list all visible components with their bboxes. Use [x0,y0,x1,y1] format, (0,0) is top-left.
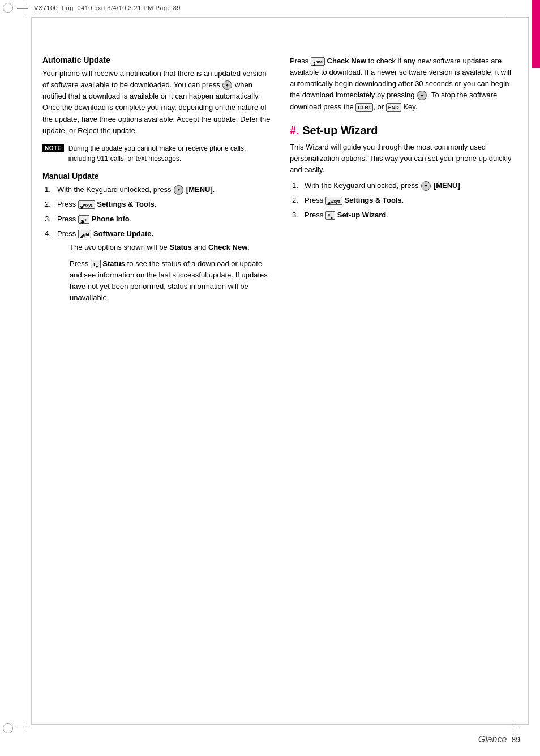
check-new-label: Check New [208,243,247,251]
list-item: 3. Press #● Set-up Wizard. [290,210,520,221]
border-line-right [528,17,529,725]
reg-mark-bottom-left [3,723,13,733]
list-item: 2. Press 9wxyz Settings & Tools. [42,199,273,210]
list-item: 3. Press ✱+ Phone Info. [42,213,273,225]
header-text: VX7100_Eng_0410.qxd 3/4/10 3:21 PM Page … [34,5,181,11]
list-item: 2. Press 9wxyz Settings & Tools. [290,195,520,206]
main-content: Automatic Update Your phone will receive… [42,27,520,716]
key-hash-space: #● [325,211,335,220]
page-number: 89 [511,735,520,744]
step-content: With the Keyguard unlocked, press ● [MEN… [57,184,273,195]
key-9wxyz: 9wxyz [78,200,95,209]
key-star-plus: ✱+ [78,215,89,224]
step-number: 2. [292,195,302,206]
crosshair-top-left [17,3,28,14]
step-number: 1. [292,180,302,191]
step-number: 3. [45,213,55,225]
setup-wizard-title: Set-up Wizard [302,124,378,136]
comma-or-text: , or [373,102,385,111]
phone-info-label: Phone Info [92,215,130,223]
key-text: Key. [401,102,418,111]
list-item: 4. Press 4ghi Software Update. The two o… [42,228,273,308]
page-header: VX7100_Eng_0410.qxd 3/4/10 3:21 PM Page … [34,5,506,14]
brand-name: Glance [478,734,507,745]
manual-update-title: Manual Update [42,172,273,181]
step-number: 1. [45,184,55,195]
setup-wizard-label: Set-up Wizard [337,211,387,219]
key-end: END [386,103,401,112]
ok-circle-icon: ● [417,91,427,100]
status-label: Status [169,243,192,251]
wizard-steps: 1. With the Keyguard unlocked, press ● [… [290,180,520,221]
key-clr: CLR↑ [355,103,373,112]
step-content: Press 9wxyz Settings & Tools. [57,199,273,210]
step4-p2: Press 1● Status to see the status of a d… [70,258,273,304]
check-new-paragraph: Press 2abc Check New to check if any new… [290,55,520,113]
key-1: 1● [91,260,101,268]
note-text: During the update you cannot make or rec… [68,143,273,164]
note-label: NOTE [42,144,64,152]
step-number: 2. [45,199,55,210]
right-column: Press 2abc Check New to check if any new… [290,27,520,716]
left-column: Automatic Update Your phone will receive… [42,27,273,716]
step-number: 3. [292,210,302,221]
note-box: NOTE During the update you cannot make o… [42,143,273,164]
border-line-left [31,17,32,725]
border-line-bottom [31,724,529,725]
setup-wizard-title-block: #. Set-up Wizard [290,124,520,137]
menu-btn-icon2: ● [421,181,431,191]
footer: Glance 89 [42,734,520,745]
menu-label2: [MENU] [434,181,460,190]
crosshair-bottom-left [17,722,28,733]
reg-mark-top-left [3,3,13,13]
automatic-update-body: Your phone will receive a notification t… [42,68,273,136]
automatic-update-title: Automatic Update [42,55,273,65]
step4-p1: The two options shown will be Status and… [70,242,273,253]
crosshair-bottom-right [507,722,518,733]
list-item: 1. With the Keyguard unlocked, press ● [… [42,184,273,195]
list-item: 1. With the Keyguard unlocked, press ● [… [290,180,520,191]
settings-tools-label2: Settings & Tools [344,196,402,204]
step-content: Press 4ghi Software Update. The two opti… [57,228,273,308]
menu-label: [MENU] [186,185,213,194]
press-label: Press [290,57,311,65]
step-number: 4. [45,228,55,308]
key-9wxyz2: 9wxyz [325,197,342,205]
step-content: Press #● Set-up Wizard. [305,210,520,221]
settings-tools-label: Settings & Tools [97,200,155,208]
menu-btn-icon: ● [174,185,183,195]
menu-circle-icon: ● [222,80,232,90]
step-content: Press ✱+ Phone Info. [57,213,273,225]
software-update-label: Software Update. [93,229,153,238]
key-2abc: 2abc [311,57,325,66]
wizard-body: This Wizard will guide you through the m… [290,142,520,176]
step-content: Press 9wxyz Settings & Tools. [305,195,520,206]
manual-update-steps: 1. With the Keyguard unlocked, press ● [… [42,184,273,308]
status-label2: Status [102,259,125,268]
step4-subcontent: The two options shown will be Status and… [70,242,273,304]
check-new-bold: Check New [327,57,366,65]
border-line-top [31,17,529,18]
step-content: With the Keyguard unlocked, press ● [MEN… [305,180,520,191]
section-hash: #. [290,124,302,136]
pink-accent-bar [532,0,540,68]
key-4ghi: 4ghi [78,230,92,238]
